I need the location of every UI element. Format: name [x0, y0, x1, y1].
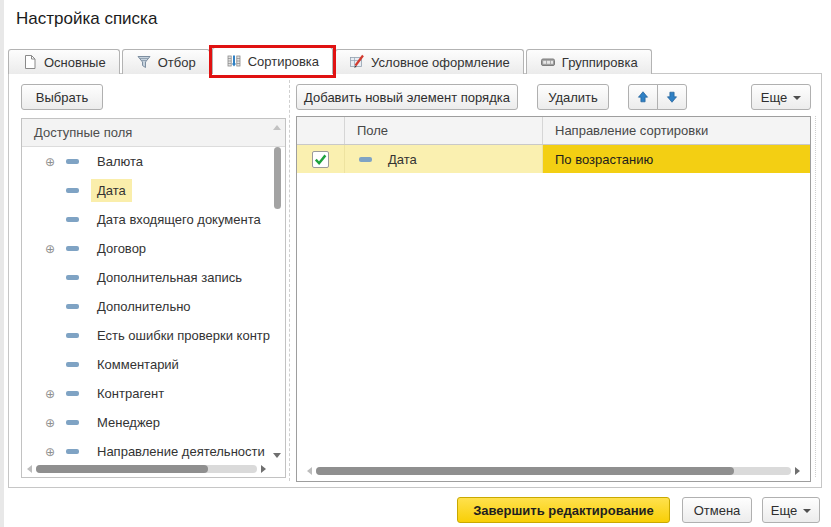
scrollbar-thumb[interactable]	[316, 467, 734, 475]
field-icon	[66, 159, 79, 164]
chevron-down-icon	[793, 96, 801, 100]
table-row[interactable]: Дата По возрастанию	[297, 145, 810, 173]
field-icon	[66, 420, 79, 425]
field-cell[interactable]: Дата	[345, 145, 543, 173]
move-up-button[interactable]	[628, 84, 658, 110]
field-icon	[359, 157, 372, 162]
tab-label: Отбор	[158, 55, 196, 70]
tab-conditional-format[interactable]: Условное оформление	[335, 49, 524, 74]
scrollbar-track[interactable]	[316, 467, 791, 475]
use-cell[interactable]	[297, 145, 345, 173]
field-icon	[66, 304, 79, 309]
checkbox-column-header	[297, 117, 345, 144]
field-icon	[66, 275, 79, 280]
table-vertical-scrollbar[interactable]	[815, 116, 816, 477]
tab-label: Основные	[44, 55, 106, 70]
panel-splitter[interactable]	[289, 80, 290, 481]
checkbox-checked[interactable]	[312, 151, 329, 168]
finish-editing-button[interactable]: Завершить редактирование	[457, 497, 670, 523]
field-column-header: Поле	[345, 117, 543, 144]
move-down-button[interactable]	[657, 84, 687, 110]
document-icon	[22, 54, 38, 70]
tree-item-counterparty[interactable]: ⊕ Контрагент	[22, 379, 271, 408]
expand-icon[interactable]: ⊕	[42, 387, 58, 401]
tab-main[interactable]: Основные	[8, 49, 120, 74]
fields-horizontal-scrollbar[interactable]	[23, 462, 270, 476]
tree-item-additional[interactable]: Дополнительно	[22, 292, 271, 321]
tab-label: Группировка	[562, 55, 638, 70]
fields-tree: ⊕ Валюта Дата Дата входящего документа ⊕	[22, 147, 271, 461]
scroll-right-icon[interactable]	[261, 465, 266, 473]
field-icon	[66, 188, 79, 193]
add-order-element-button[interactable]: Добавить новый элемент порядка	[296, 84, 518, 110]
tree-item-date[interactable]: Дата	[22, 176, 271, 205]
delete-button[interactable]: Удалить	[537, 84, 609, 110]
field-icon	[66, 449, 79, 454]
scroll-up-icon[interactable]	[273, 125, 281, 130]
check-icon	[313, 152, 328, 167]
tab-content-sorting: Выбрать Доступные поля ⊕ Валюта Дата	[8, 73, 822, 488]
field-icon	[66, 246, 79, 251]
expand-icon[interactable]: ⊕	[42, 445, 58, 459]
table-horizontal-scrollbar[interactable]	[303, 464, 804, 478]
arrow-down-icon	[665, 90, 679, 104]
group-icon	[540, 54, 556, 70]
more-button-footer[interactable]: Еще	[762, 497, 820, 523]
tab-label: Условное оформление	[371, 55, 510, 70]
scrollbar-track[interactable]	[36, 465, 257, 473]
tree-item-contract[interactable]: ⊕ Договор	[22, 234, 271, 263]
tab-grouping[interactable]: Группировка	[526, 49, 652, 74]
fields-vertical-scrollbar[interactable]	[271, 121, 284, 460]
conditional-format-icon	[349, 54, 365, 70]
scroll-down-icon[interactable]	[273, 453, 281, 458]
tree-item-additional-record[interactable]: Дополнительная запись	[22, 263, 271, 292]
window-edge	[0, 0, 4, 527]
page-title: Настройка списка	[16, 9, 157, 29]
tree-item-business-line[interactable]: ⊕ Направление деятельности	[22, 437, 271, 461]
scrollbar-thumb[interactable]	[36, 465, 208, 473]
field-icon	[66, 362, 79, 367]
expand-icon[interactable]: ⊕	[42, 155, 58, 169]
direction-cell-selected[interactable]: По возрастанию	[543, 145, 810, 173]
expand-icon[interactable]: ⊕	[42, 242, 58, 256]
available-fields-header: Доступные поля	[22, 119, 285, 147]
available-fields-list: Доступные поля ⊕ Валюта Дата Дата входящ…	[21, 118, 286, 478]
expand-icon[interactable]: ⊕	[42, 416, 58, 430]
tab-sorting[interactable]: Сортировка	[212, 47, 333, 74]
list-settings-dialog: Настройка списка Основные Отбор Сорт	[0, 0, 831, 527]
tab-bar: Основные Отбор Сортировка	[8, 47, 652, 74]
tab-label: Сортировка	[248, 54, 319, 69]
sorting-table: Поле Направление сортировки Дата	[296, 116, 811, 482]
scroll-left-icon[interactable]	[307, 467, 312, 475]
cancel-button[interactable]: Отмена	[682, 497, 752, 523]
chevron-down-icon	[803, 509, 811, 513]
tree-item-currency[interactable]: ⊕ Валюта	[22, 147, 271, 176]
field-icon	[66, 217, 79, 222]
tree-item-incoming-doc-date[interactable]: Дата входящего документа	[22, 205, 271, 234]
scroll-left-icon[interactable]	[27, 465, 32, 473]
scroll-right-icon[interactable]	[795, 467, 800, 475]
arrow-up-icon	[636, 90, 650, 104]
table-header: Поле Направление сортировки	[297, 117, 810, 145]
filter-icon	[136, 54, 152, 70]
select-button[interactable]: Выбрать	[21, 84, 103, 110]
sort-icon	[226, 53, 242, 69]
tree-item-manager[interactable]: ⊕ Менеджер	[22, 408, 271, 437]
scrollbar-thumb[interactable]	[274, 147, 281, 209]
tree-item-has-errors[interactable]: Есть ошибки проверки контр	[22, 321, 271, 350]
highlighted-item: Дата	[91, 179, 132, 202]
more-button-toolbar[interactable]: Еще	[751, 84, 811, 110]
field-icon	[66, 333, 79, 338]
direction-column-header: Направление сортировки	[543, 117, 810, 144]
tab-filter[interactable]: Отбор	[122, 49, 210, 74]
field-icon	[66, 391, 79, 396]
tree-item-comment[interactable]: Комментарий	[22, 350, 271, 379]
